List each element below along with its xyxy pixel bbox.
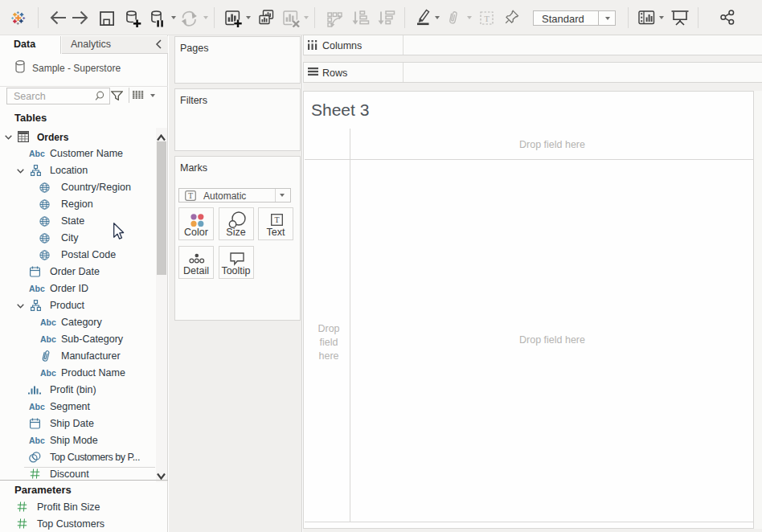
svg-text:T: T xyxy=(484,14,490,23)
svg-text:T: T xyxy=(274,215,279,224)
svg-text:T: T xyxy=(188,191,193,200)
